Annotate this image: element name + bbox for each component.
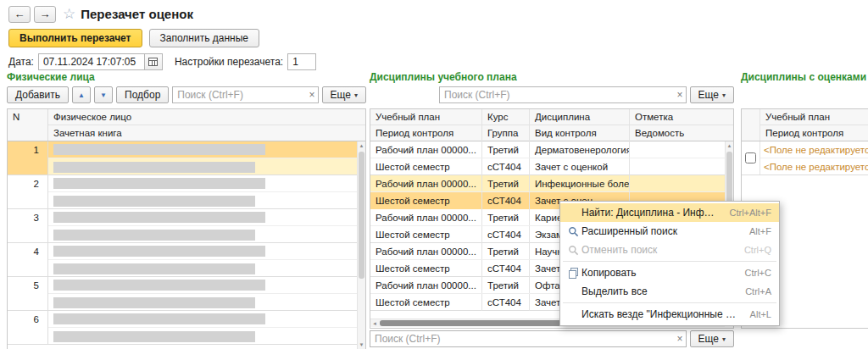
column-header-period[interactable]: Период контроля (760, 125, 849, 141)
column-header-n[interactable]: N (8, 109, 48, 141)
shortcut-label: Ctrl+A (745, 286, 771, 296)
favorite-star-icon[interactable]: ☆ (63, 5, 75, 23)
scroll-up-icon[interactable]: ▲ (359, 141, 364, 150)
redacted-text (53, 230, 255, 241)
column-header-control[interactable]: Вид контроля (530, 125, 630, 141)
disciplines-more-button[interactable]: Еще▾ (690, 86, 734, 103)
person-row[interactable]: 4 (8, 243, 357, 277)
shortcut-label: Ctrl+Alt+F (729, 208, 771, 218)
disciplines-bottom-search-box: × (370, 330, 687, 347)
persons-table: N Физическое лицо Зачетная книга 1 2 (7, 108, 366, 349)
redacted-text (53, 212, 265, 223)
context-menu: Найти: Дисциплина - Инфекционные болезни… (559, 201, 780, 326)
persons-toolbar: Добавить ▲ ▼ Подбор × Еще▾ (7, 85, 366, 105)
grade-row[interactable]: <Поле не редактируется> <Поле не редакти… (742, 141, 868, 175)
forward-button[interactable]: → (34, 6, 56, 23)
calendar-icon (148, 58, 158, 66)
menu-item-copy[interactable]: Копировать Ctrl+C (560, 263, 779, 282)
column-header-book[interactable]: Зачетная книга (48, 125, 127, 141)
titlebar: ← → ☆ Перезачет оценок (8, 5, 193, 23)
person-row[interactable]: 6 (8, 311, 357, 345)
grades-panel-title: Дисциплины с оценками (741, 71, 868, 83)
menu-item-find[interactable]: Найти: Дисциплина - Инфекционные болезни… (560, 203, 779, 222)
disciplines-footer-search: × Еще▾ (370, 330, 734, 349)
chevron-down-icon: ▾ (722, 91, 726, 99)
shortcut-label: Alt+L (750, 309, 771, 319)
clear-search-icon[interactable]: × (677, 88, 683, 102)
column-header-person[interactable]: Физическое лицо (48, 109, 136, 125)
add-button[interactable]: Добавить (7, 86, 69, 103)
menu-item-advanced-search[interactable]: Расширенный поиск Alt+F (560, 222, 779, 241)
row-number: 2 (8, 175, 48, 208)
scroll-down-icon[interactable]: ▼ (359, 341, 364, 349)
menu-separator (563, 261, 776, 262)
row-checkbox[interactable] (745, 152, 756, 163)
column-header-mark[interactable]: Отметка (630, 109, 733, 125)
search-icon (565, 226, 581, 237)
column-header-statement[interactable]: Ведомость (630, 125, 733, 141)
settings-input[interactable] (287, 53, 316, 70)
column-header-period[interactable]: Период контроля (370, 125, 482, 141)
discipline-row[interactable]: Рабочий план 00000... Третий Дерматовене… (370, 141, 725, 175)
execute-recredit-button[interactable]: Выполнить перезачет (8, 29, 142, 47)
move-up-button[interactable]: ▲ (72, 86, 91, 103)
redacted-text (53, 313, 265, 324)
persons-search-input[interactable] (172, 86, 318, 103)
menu-item-select-all[interactable]: Выделить все Ctrl+A (560, 282, 779, 301)
chevron-down-icon: ▾ (354, 91, 358, 99)
persons-search-box: × (172, 86, 318, 103)
noneditable-field: <Поле не редактируется> (760, 141, 868, 158)
persons-more-button[interactable]: Еще▾ (322, 86, 366, 103)
scroll-thumb[interactable] (359, 152, 364, 279)
date-input[interactable] (38, 53, 145, 70)
fill-data-button[interactable]: Заполнить данные (149, 29, 259, 47)
person-row[interactable]: 2 (8, 175, 357, 209)
arrow-down-icon: ▼ (100, 91, 107, 99)
disciplines-panel-title: Дисциплины учебного плана (370, 71, 734, 83)
grades-table-header: Учебный план Период контроля (742, 109, 868, 141)
redacted-text (53, 246, 265, 257)
column-header-plan[interactable]: Учебный план (760, 109, 835, 125)
settings-label: Настройки перезачета: (175, 56, 283, 68)
menu-item-search-everywhere[interactable]: Искать везде "Инфекционные бо..." Alt+L (560, 305, 779, 324)
clear-search-icon[interactable]: × (309, 88, 315, 102)
disciplines-bottom-search-input[interactable] (370, 330, 687, 347)
clear-search-icon[interactable]: × (677, 332, 683, 346)
disciplines-search-input[interactable] (439, 86, 687, 103)
person-row[interactable]: 5 (8, 277, 357, 311)
move-down-button[interactable]: ▼ (94, 86, 113, 103)
persons-table-header: N Физическое лицо Зачетная книга (8, 109, 365, 141)
cancel-search-icon (565, 245, 581, 256)
redacted-text (53, 263, 255, 274)
back-button[interactable]: ← (8, 6, 31, 23)
redacted-text (53, 178, 265, 189)
shortcut-label: Ctrl+C (745, 268, 771, 278)
disciplines-bottom-more-button[interactable]: Еще▾ (690, 330, 734, 347)
noneditable-field: <Поле не редактируется> (760, 158, 868, 175)
chevron-down-icon: ▾ (722, 335, 726, 343)
redacted-text (53, 196, 255, 207)
redacted-text (53, 331, 255, 342)
command-bar: Выполнить перезачет Заполнить данные (8, 29, 259, 47)
disciplines-table-header: Учебный план Курс Дисциплина Отметка Пер… (370, 109, 733, 141)
shortcut-label: Ctrl+Q (744, 245, 771, 255)
scroll-up-icon[interactable]: ▲ (727, 141, 732, 150)
pick-button[interactable]: Подбор (116, 86, 169, 103)
calendar-button[interactable] (145, 53, 163, 70)
column-header-discipline[interactable]: Дисциплина (530, 109, 630, 125)
vertical-scrollbar[interactable]: ▲ ▼ (357, 141, 365, 349)
person-row[interactable]: 1 (8, 141, 357, 175)
copy-icon (565, 268, 581, 279)
persons-panel-title: Физические лица (7, 71, 366, 83)
row-number: 1 (8, 141, 48, 174)
column-header-group[interactable]: Группа (482, 125, 530, 141)
person-row[interactable]: 3 (8, 209, 357, 243)
column-header-plan[interactable]: Учебный план (370, 109, 482, 125)
scroll-left-icon[interactable]: ◄ (370, 321, 379, 326)
redacted-text (53, 144, 265, 155)
row-number: 5 (8, 277, 48, 310)
column-header-course[interactable]: Курс (482, 109, 530, 125)
redacted-text (53, 297, 255, 308)
disciplines-search-box: × (439, 86, 687, 103)
date-label: Дата: (8, 56, 34, 68)
